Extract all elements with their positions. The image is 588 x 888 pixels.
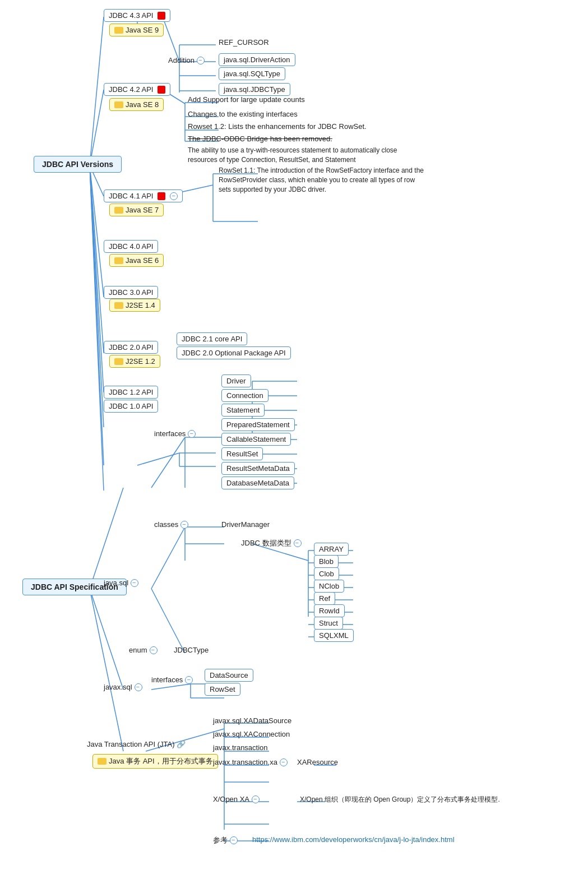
svg-line-27: [137, 453, 179, 465]
addition-collapse[interactable]: [197, 57, 205, 64]
jdbc10-node: JDBC 1.0 API: [104, 400, 158, 413]
driver-node: Driver: [221, 374, 251, 387]
j2se12-node: J2SE 1.2: [109, 355, 160, 368]
folder-icon-se9: [114, 27, 123, 34]
folder-icon-se6: [114, 257, 123, 264]
svg-line-61: [151, 589, 185, 653]
jdbctype-enum-node: JDBCType: [174, 646, 209, 654]
nclob-label: NClob: [319, 582, 339, 590]
clob-node: Clob: [314, 567, 339, 580]
svg-line-1: [90, 90, 104, 165]
array-label: ARRAY: [319, 545, 344, 553]
jta-node: Java Transaction API (JTA) 🔗: [87, 740, 186, 748]
sqlxml-node: SQLXML: [314, 629, 354, 642]
javase8-node: Java SE 8: [109, 98, 164, 111]
changes-node: Changes to the existing interfaces: [188, 110, 298, 118]
svg-line-35: [151, 437, 185, 488]
jdbc43-node: JDBC 4.3 API: [104, 9, 170, 22]
svg-line-6: [90, 165, 104, 427]
rowid-node: RowId: [314, 604, 345, 617]
jdbc41-node: JDBC 4.1 API: [104, 189, 183, 202]
svg-line-47: [151, 527, 185, 589]
refer-collapse[interactable]: [230, 836, 238, 844]
javase9-node: Java SE 9: [109, 24, 164, 36]
sqltype-node: java.sql.SQLType: [219, 67, 285, 80]
jdbc42-node: JDBC 4.2 API: [104, 83, 170, 96]
folder-icon-jta: [98, 758, 107, 765]
svg-line-8: [90, 165, 104, 491]
interfaces-node: interfaces: [154, 429, 196, 438]
javase6-label: Java SE 6: [126, 256, 159, 265]
javase6-node: Java SE 6: [109, 254, 164, 267]
driveraction-node: java.sql.DriverAction: [219, 53, 295, 66]
jdbc30-label: JDBC 3.0 API: [109, 288, 153, 297]
svg-line-62: [151, 684, 191, 690]
resultsetmetadata-node: ResultSetMetaData: [221, 462, 295, 475]
javasql-node: java.sql: [104, 579, 138, 587]
svg-line-11: [163, 17, 179, 62]
jdbc40-label: JDBC 4.0 API: [109, 242, 153, 251]
javax-xadatasource-node: javax.sql.XADataSource: [213, 716, 291, 725]
jdbc-datatypes-node: JDBC 数据类型: [241, 538, 302, 548]
javax-xaconnection-node: javax.sql.XAConnection: [213, 730, 290, 738]
refer-url-node[interactable]: https://www.ibm.com/developerworks/cn/ja…: [252, 835, 455, 844]
javax-xa-collapse[interactable]: [280, 758, 288, 766]
callablestatement-label: CallableStatement: [226, 435, 286, 443]
svg-line-7: [90, 165, 104, 465]
preparedstatement-node: PreparedStatement: [221, 418, 295, 431]
jdbc10-label: JDBC 1.0 API: [109, 402, 153, 410]
datasource-label: DataSource: [210, 671, 248, 679]
callablestatement-node: CallableStatement: [221, 433, 291, 446]
jdbc42-label: JDBC 4.2 API: [109, 85, 153, 94]
javax-transaction-node: javax.transaction: [213, 743, 268, 752]
classes-collapse[interactable]: [180, 521, 188, 529]
sqltype-label: java.sql.SQLType: [224, 70, 280, 78]
rowid-label: RowId: [319, 607, 340, 615]
root-jdbc-versions: JDBC API Versions: [34, 156, 122, 173]
jdbctype-label: java.sql.JDBCType: [224, 85, 285, 94]
jdbc20optional-label: JDBC 2.0 Optional Package API: [182, 349, 286, 357]
svg-line-5: [90, 165, 104, 392]
statement-label: Statement: [226, 406, 260, 414]
jdbc41-red-icon: [158, 192, 165, 200]
connection-label: Connection: [226, 391, 263, 400]
enum-collapse[interactable]: [150, 646, 158, 654]
java-service-label: Java 事务 API，用于分布式事务: [109, 756, 213, 766]
struct-node: Struct: [314, 617, 343, 630]
javase7-label: Java SE 7: [126, 206, 159, 214]
rowset-label: RowSet: [210, 685, 235, 693]
jdbcdatatypes-collapse[interactable]: [294, 539, 302, 547]
nclob-node: NClob: [314, 580, 344, 593]
jdbc41-collapse[interactable]: [170, 192, 178, 200]
struct-label: Struct: [319, 619, 338, 627]
rowset11-node: RowSet 1.1: The introduction of the RowS…: [219, 166, 429, 194]
xopen-collapse[interactable]: [252, 795, 260, 803]
clob-label: Clob: [319, 570, 334, 578]
jdbc20-label: JDBC 2.0 API: [109, 343, 153, 351]
svg-line-31: [90, 488, 123, 589]
ref-label: Ref: [319, 594, 330, 603]
folder-icon-j2se12: [114, 358, 123, 365]
javase7-node: Java SE 7: [109, 203, 164, 216]
blob-label: Blob: [319, 557, 334, 566]
svg-line-4: [90, 165, 104, 353]
odbc-bridge-node: The JDBC-ODBC Bridge has been removed.: [188, 135, 332, 143]
driveraction-label: java.sql.DriverAction: [224, 55, 290, 64]
classes-node: classes: [154, 520, 188, 529]
rowset12-node: Rowset 1.2: Lists the enhancements for J…: [188, 122, 367, 131]
blob-node: Blob: [314, 555, 339, 568]
javax-interfaces-node: interfaces: [151, 676, 193, 684]
jdbc42-red-icon: [158, 86, 165, 94]
addition-node: Addition: [168, 56, 205, 64]
interfaces-collapse[interactable]: [188, 430, 196, 438]
j2se14-node: J2SE 1.4: [109, 299, 160, 312]
drivermanager-node: DriverManager: [221, 520, 270, 529]
javasql-collapse[interactable]: [131, 579, 138, 587]
jdbc43-label: JDBC 4.3 API: [109, 11, 153, 20]
svg-line-34: [90, 589, 123, 751]
javaxsql-collapse[interactable]: [135, 683, 142, 691]
javaxsql-node: javax.sql: [104, 683, 142, 691]
folder-icon-se8: [114, 101, 123, 108]
j2se12-label: J2SE 1.2: [126, 357, 155, 366]
javax-interfaces-collapse[interactable]: [185, 676, 193, 684]
